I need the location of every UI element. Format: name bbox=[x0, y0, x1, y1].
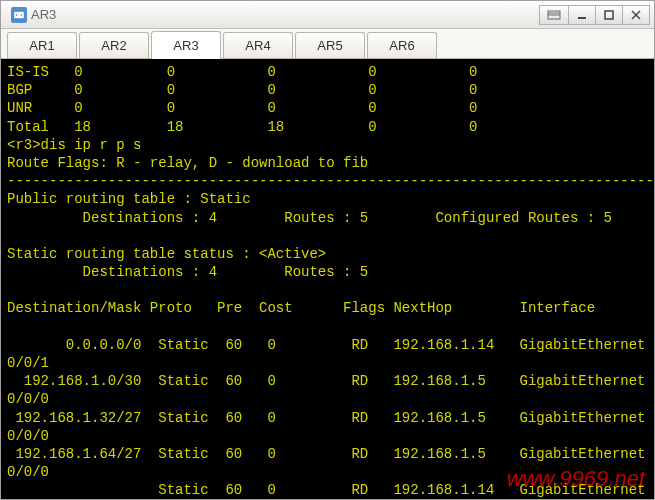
svg-rect-0 bbox=[14, 11, 25, 19]
tab-ar2[interactable]: AR2 bbox=[79, 32, 149, 58]
tab-ar6[interactable]: AR6 bbox=[367, 32, 437, 58]
titlebar: AR3 bbox=[1, 1, 654, 29]
tab-ar5[interactable]: AR5 bbox=[295, 32, 365, 58]
maximize-button[interactable] bbox=[595, 5, 623, 25]
svg-rect-7 bbox=[605, 11, 613, 19]
tab-ar3[interactable]: AR3 bbox=[151, 31, 221, 59]
app-window: AR3 AR1 AR2 AR3 AR4 AR5 AR6 IS-IS 0 0 0 … bbox=[0, 0, 655, 500]
minimize-button[interactable] bbox=[568, 5, 596, 25]
app-icon bbox=[11, 7, 27, 23]
toolbar-button-1[interactable] bbox=[539, 5, 569, 25]
tab-ar4[interactable]: AR4 bbox=[223, 32, 293, 58]
tab-ar1[interactable]: AR1 bbox=[7, 32, 77, 58]
svg-point-1 bbox=[16, 14, 18, 16]
tabbar: AR1 AR2 AR3 AR4 AR5 AR6 bbox=[1, 29, 654, 59]
window-title: AR3 bbox=[31, 7, 56, 22]
svg-point-2 bbox=[21, 14, 23, 16]
window-controls bbox=[540, 5, 650, 25]
titlebar-left: AR3 bbox=[5, 7, 56, 23]
close-button[interactable] bbox=[622, 5, 650, 25]
terminal-output[interactable]: IS-IS 0 0 0 0 0 BGP 0 0 0 0 0 UNR 0 0 0 … bbox=[1, 59, 654, 499]
